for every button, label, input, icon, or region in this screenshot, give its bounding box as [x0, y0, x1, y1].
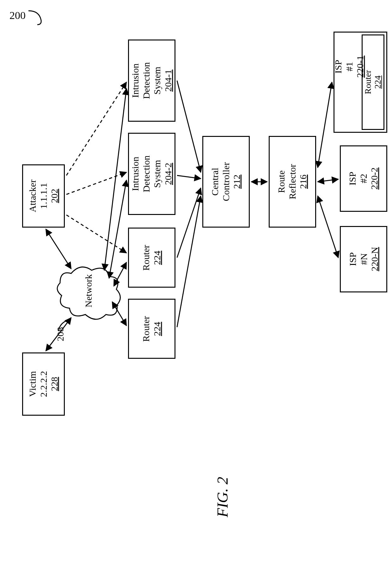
- svg-line-10: [177, 175, 201, 179]
- diagram-page: 200 Attacker 1.1.1.1 202 Victim 2.2.2.2 …: [0, 0, 392, 581]
- svg-line-15: [318, 179, 338, 182]
- svg-line-14: [318, 82, 332, 168]
- svg-line-6: [109, 180, 126, 278]
- svg-line-4: [66, 215, 126, 253]
- svg-line-7: [114, 262, 126, 286]
- connectors: [0, 0, 392, 581]
- svg-line-16: [318, 196, 338, 258]
- figure-caption: FIG. 2: [202, 488, 243, 506]
- svg-line-12: [177, 196, 201, 327]
- svg-line-1: [46, 318, 71, 351]
- svg-line-8: [112, 302, 126, 326]
- svg-line-3: [66, 172, 126, 194]
- svg-line-9: [177, 81, 201, 172]
- svg-line-0: [46, 229, 71, 269]
- svg-line-11: [177, 188, 201, 258]
